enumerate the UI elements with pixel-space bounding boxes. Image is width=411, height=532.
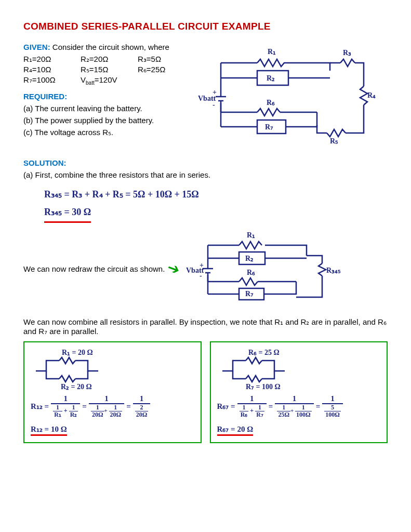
r4-value: R₄=10Ω bbox=[23, 65, 81, 74]
r6-value: R₆=25Ω bbox=[138, 65, 195, 74]
required-b: (b) The power supplied by the battery. bbox=[23, 116, 195, 125]
svg-text:R₃₄₅: R₃₄₅ bbox=[326, 267, 341, 274]
svg-text:+: + bbox=[200, 261, 204, 269]
svg-text:R₁: R₁ bbox=[247, 231, 255, 239]
svg-text:-: - bbox=[200, 272, 202, 280]
r4-label: R₄ bbox=[367, 91, 376, 99]
r7-value: R₇=100Ω bbox=[23, 75, 81, 86]
r2-label: R₂ bbox=[267, 74, 275, 82]
circuit-diagram-2: R₁ R₂ R₃₄₅ R₆ R₇ Vbatt + - bbox=[187, 227, 343, 310]
svg-text:R₆ = 25 Ω: R₆ = 25 Ω bbox=[248, 349, 280, 356]
svg-text:+: + bbox=[213, 88, 217, 96]
required-label: REQUIRED: bbox=[23, 92, 67, 101]
given-intro: Consider the circuit shown, where bbox=[52, 43, 169, 51]
r12-result: R₁₂ = 10 Ω bbox=[31, 424, 67, 436]
r5-value: R₅=15Ω bbox=[81, 65, 138, 74]
equation-r345: R₃₄₅ = R₃ + R₄ + R₅ = 5Ω + 10Ω + 15Ω R₃₄… bbox=[44, 185, 388, 223]
solution-label: SOLUTION: bbox=[23, 158, 67, 167]
r12-calc-box: R₁ = 20 Ω R₂ = 20 Ω R₁₂ = 1 1R₁ + 1R₂ = … bbox=[23, 341, 202, 443]
svg-text:R₆: R₆ bbox=[247, 269, 255, 276]
r5-label: R₅ bbox=[330, 137, 338, 145]
r3-value: R₃=5Ω bbox=[138, 55, 195, 64]
r3-label: R₃ bbox=[343, 49, 351, 57]
svg-text:R₇: R₇ bbox=[245, 290, 254, 298]
svg-text:R₁ = 20 Ω: R₁ = 20 Ω bbox=[62, 349, 93, 356]
redraw-text: We can now redraw the circuit as shown. bbox=[23, 264, 165, 273]
circuit-diagram-1: R₁ R₂ R₃ R₄ R₅ R₆ bbox=[195, 39, 372, 154]
solution-a-text: (a) First, combine the three resistors t… bbox=[23, 170, 388, 179]
vbatt-value: Vbatt=120V bbox=[81, 75, 138, 86]
required-c: (c) The voltage across R₅. bbox=[23, 128, 195, 137]
given-block: GIVEN: Consider the circuit shown, where… bbox=[23, 39, 195, 155]
arrow-icon: ➔ bbox=[165, 259, 182, 279]
page-title: COMBINED SERIES-PARALLEL CIRCUIT EXAMPLE bbox=[23, 21, 388, 32]
svg-text:-: - bbox=[213, 101, 215, 109]
parallel-text: We can now combine all resistors in para… bbox=[23, 317, 388, 336]
r67-calc-box: R₆ = 25 Ω R₇ = 100 Ω R₆₇ = 1 1R₆ + 1R₇ =… bbox=[210, 341, 388, 443]
r6-label: R₆ bbox=[267, 99, 275, 107]
svg-text:R₂: R₂ bbox=[245, 255, 254, 262]
r1-label: R₁ bbox=[268, 48, 276, 56]
svg-text:R₂ = 20 Ω: R₂ = 20 Ω bbox=[61, 383, 92, 391]
given-label: GIVEN: bbox=[23, 43, 50, 51]
r7-label: R₇ bbox=[265, 123, 273, 131]
r2-value: R₂=20Ω bbox=[81, 55, 138, 64]
required-a: (a) The current leaving the battery. bbox=[23, 104, 195, 113]
svg-text:R₇ = 100 Ω: R₇ = 100 Ω bbox=[246, 383, 281, 391]
r1-value: R₁=20Ω bbox=[23, 55, 81, 64]
r67-result: R₆₇ = 20 Ω bbox=[217, 424, 254, 436]
